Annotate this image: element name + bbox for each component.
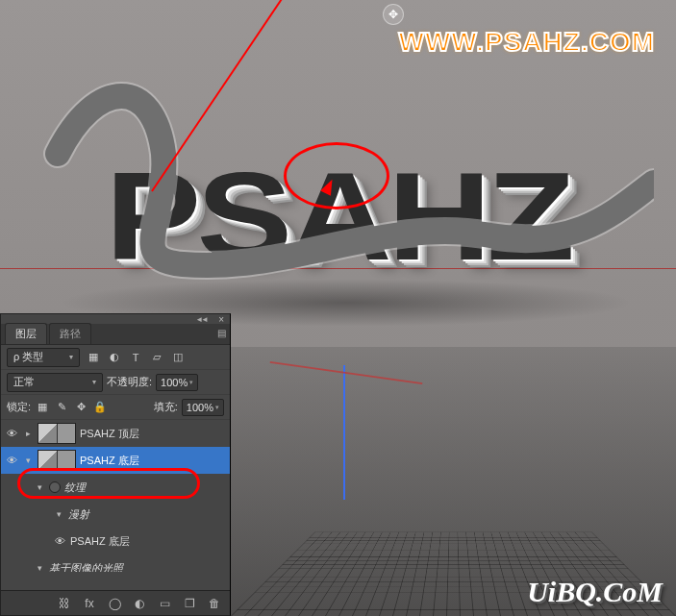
caret-down-icon: ▾ <box>92 378 96 386</box>
layer-item-top[interactable]: 👁 ▸ PSAHZ 顶层 <box>1 420 230 447</box>
tab-paths[interactable]: 路径 <box>49 323 91 344</box>
caret-down-icon: ▾ <box>215 404 219 411</box>
filter-smart-icon[interactable]: ◫ <box>170 350 186 365</box>
blend-mode-dropdown[interactable]: 正常 ▾ <box>7 373 103 392</box>
fill-label: 填充: <box>154 400 178 414</box>
lock-transparency-icon[interactable]: ▦ <box>35 400 50 415</box>
opacity-label: 不透明度: <box>107 375 152 389</box>
annotation-ellipse-bottom <box>17 468 200 499</box>
layer-filter-row: ρ 类型 ▾ ▦ ◐ T ▱ ◫ <box>1 345 230 370</box>
group-icon[interactable]: ▭ <box>157 596 172 611</box>
expand-twisty-icon[interactable]: ▸ <box>22 429 34 438</box>
move-icon: ✥ <box>388 8 398 21</box>
layer-name: PSAHZ 顶层 <box>80 427 226 441</box>
layer-thumbnail[interactable] <box>38 423 76 444</box>
lock-label: 锁定: <box>7 400 31 414</box>
layer-name: PSAHZ 底层 <box>80 454 226 468</box>
fill-value: 100% <box>187 402 213 413</box>
caret-down-icon: ▾ <box>69 353 73 361</box>
filter-shape-icon[interactable]: ▱ <box>149 350 164 365</box>
tab-layers[interactable]: 图层 <box>5 323 47 344</box>
fill-field[interactable]: 100% ▾ <box>182 399 224 416</box>
watermark-top: WWW.PSAHZ.COM <box>398 27 655 58</box>
filter-type-icon[interactable]: T <box>128 350 143 365</box>
panel-grip[interactable]: × <box>1 314 230 324</box>
lock-row: 锁定: ▦ ✎ ✥ 🔒 填充: 100% ▾ <box>1 395 230 420</box>
filter-kind-dropdown[interactable]: ρ 类型 ▾ <box>7 348 80 367</box>
expand-twisty-icon[interactable]: ▾ <box>22 456 34 465</box>
new-layer-icon[interactable]: ❐ <box>182 596 197 611</box>
panel-menu-icon[interactable]: ▤ <box>217 328 226 338</box>
layer-leaf-psahz[interactable]: 👁 PSAHZ 底层 <box>1 528 230 554</box>
watermark-bottom: UiBQ.CoM <box>527 576 663 608</box>
visibility-eye-icon[interactable]: 👁 <box>5 427 18 440</box>
lock-pixels-icon[interactable]: ✎ <box>54 400 69 415</box>
panel-bottom-bar: ⛓ fx ◯ ◐ ▭ ❐ 🗑 <box>1 590 230 615</box>
opacity-field[interactable]: 100% ▾ <box>156 374 198 391</box>
fx-icon[interactable]: fx <box>82 596 97 611</box>
blend-mode-row: 正常 ▾ 不透明度: 100% ▾ <box>1 370 230 395</box>
layer-sub-ibl-group[interactable]: ▾ 基于图像的光照 <box>1 554 230 572</box>
annotation-ellipse-top <box>284 142 389 209</box>
filter-adjust-icon[interactable]: ◐ <box>107 350 122 365</box>
layer-name: 基于图像的光照 <box>49 561 226 573</box>
move-tool-widget[interactable]: ✥ <box>383 4 404 25</box>
layers-panel: × 图层 路径 ▤ ρ 类型 ▾ ▦ ◐ T ▱ ◫ 正常 ▾ 不透明度: 10… <box>0 313 231 616</box>
layer-sub-diffuse[interactable]: ▾ 漫射 <box>1 501 230 528</box>
layer-name: PSAHZ 底层 <box>70 534 226 549</box>
axis-z-indicator[interactable] <box>343 365 345 500</box>
layer-name: 漫射 <box>68 507 226 522</box>
visibility-eye-icon[interactable]: 👁 <box>53 534 66 548</box>
filter-pixel-icon[interactable]: ▦ <box>86 350 101 365</box>
adjustment-icon[interactable]: ◐ <box>132 596 147 611</box>
link-layers-icon[interactable]: ⛓ <box>57 596 72 611</box>
lock-position-icon[interactable]: ✥ <box>73 400 88 415</box>
caret-down-icon: ▾ <box>189 379 193 386</box>
lock-all-icon[interactable]: 🔒 <box>92 400 108 415</box>
opacity-value: 100% <box>161 377 188 388</box>
panel-tabs: 图层 路径 ▤ <box>1 324 230 345</box>
mask-icon[interactable]: ◯ <box>107 596 122 611</box>
delete-layer-icon[interactable]: 🗑 <box>207 596 222 611</box>
expand-twisty-icon[interactable]: ▾ <box>53 509 64 519</box>
blend-mode-value: 正常 <box>13 375 35 389</box>
panel-close-icon[interactable]: × <box>218 314 224 325</box>
visibility-eye-icon[interactable]: 👁 <box>5 454 18 467</box>
expand-twisty-icon[interactable]: ▾ <box>34 563 45 572</box>
